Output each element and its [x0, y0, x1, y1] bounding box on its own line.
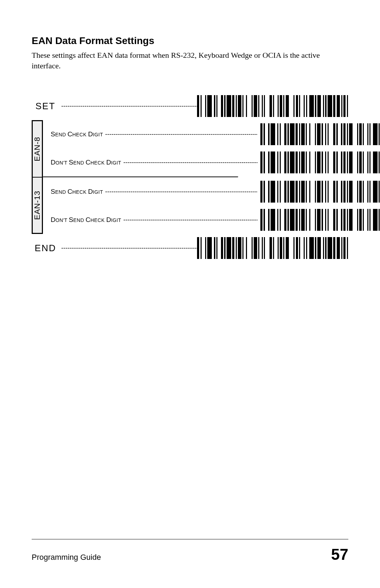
end-marker: END — [32, 243, 59, 254]
group-label-ean8: EAN-8 — [33, 137, 42, 161]
set-marker: SET — [32, 101, 59, 112]
option-row: SEND CHECK DIGIT — [43, 120, 380, 148]
footer-guide: Programming Guide — [32, 553, 101, 562]
settings-diagram: SET EAN-8 EAN-13 SEND CHECK DIGIT — [32, 92, 348, 262]
option-label: SEND CHECK DIGIT — [43, 130, 105, 138]
option-dashes — [105, 131, 258, 138]
end-barcode — [197, 237, 348, 259]
group-ean13: EAN-13 — [33, 177, 42, 233]
page-footer: Programming Guide 57 — [32, 539, 348, 563]
end-dashes — [59, 245, 197, 252]
option-row: DON'T SEND CHECK DIGIT — [43, 148, 380, 177]
option-barcode — [260, 181, 380, 203]
section-title: EAN Data Format Settings — [32, 35, 348, 47]
group-sidebar: EAN-8 EAN-13 — [32, 120, 43, 234]
option-dashes — [105, 188, 258, 196]
option-label: DON'T SEND CHECK DIGIT — [43, 216, 123, 224]
ean8-options: SEND CHECK DIGIT DON'T SEND CHECK DIGIT — [43, 120, 380, 177]
option-dashes — [123, 159, 257, 166]
set-barcode — [197, 95, 348, 117]
option-label: DON'T SEND CHECK DIGIT — [43, 159, 123, 166]
intro-text: These settings affect EAN data format wh… — [32, 50, 348, 71]
end-row: END — [32, 234, 348, 262]
ean13-options: SEND CHECK DIGIT DON'T SEND CHECK DIGIT — [43, 178, 380, 234]
page-number: 57 — [331, 546, 348, 563]
group-label-ean13: EAN-13 — [33, 191, 42, 220]
set-dashes — [59, 103, 197, 110]
group-ean8: EAN-8 — [33, 121, 42, 177]
option-barcode — [260, 123, 380, 145]
option-label: SEND CHECK DIGIT — [43, 188, 105, 196]
option-barcode — [260, 209, 380, 231]
set-row: SET — [32, 92, 348, 120]
option-dashes — [123, 216, 257, 224]
option-barcode — [260, 151, 380, 173]
option-row: DON'T SEND CHECK DIGIT — [43, 206, 380, 234]
option-row: SEND CHECK DIGIT — [43, 178, 380, 206]
